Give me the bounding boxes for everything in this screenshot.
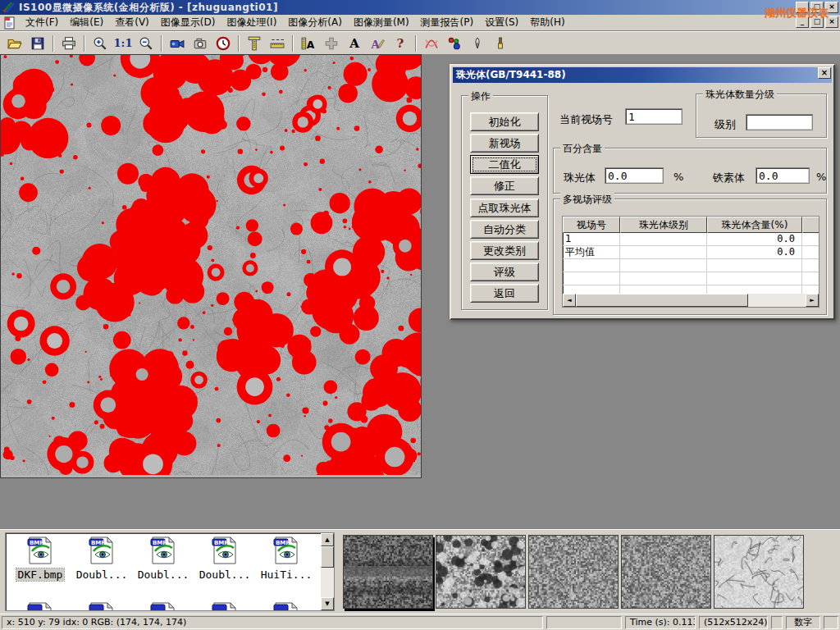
toolbar: 1:1 A A A ? bbox=[0, 31, 840, 54]
table-cell bbox=[802, 259, 819, 272]
menu-item-5[interactable]: 图像分析(A) bbox=[282, 14, 348, 31]
menu-item-2[interactable]: 查看(V) bbox=[109, 14, 155, 31]
toolbar-separator bbox=[238, 35, 240, 52]
menu-item-4[interactable]: 图像处理(I) bbox=[221, 14, 282, 31]
file-browser: BMPDKF.bmpBMPDoubl...BMPDoubl...BMPDoubl… bbox=[5, 532, 335, 611]
table-row[interactable]: 10.0 bbox=[563, 233, 819, 246]
level-input[interactable] bbox=[746, 114, 813, 130]
op-button-8[interactable]: 返回 bbox=[470, 284, 539, 303]
open-file-button[interactable] bbox=[4, 34, 25, 53]
bmp-file-icon bbox=[27, 602, 53, 611]
menu-item-9[interactable]: 帮助(H) bbox=[524, 14, 570, 31]
table-header-1: 珠光体级别 bbox=[620, 217, 707, 233]
toolbar-separator bbox=[292, 35, 294, 52]
menu-item-8[interactable]: 设置(S) bbox=[479, 14, 524, 31]
menu-item-6[interactable]: 图像测量(M) bbox=[348, 14, 415, 31]
file-item-3[interactable]: BMPDoubl... bbox=[195, 536, 254, 581]
table-row[interactable] bbox=[563, 272, 819, 285]
file-item-0[interactable]: BMPDKF.bmp bbox=[11, 536, 70, 581]
file-item-row2[interactable] bbox=[195, 602, 254, 611]
op-button-1[interactable]: 新视场 bbox=[470, 134, 539, 153]
bmp-file-icon: BMP bbox=[273, 536, 299, 564]
multiview-table[interactable]: 视场号珠光体级别珠光体含量(%)铁素体10.0平均值0.0◄► bbox=[562, 216, 819, 308]
op-button-0[interactable]: 初始化 bbox=[470, 112, 539, 131]
caliper-measure-button[interactable] bbox=[244, 34, 265, 53]
particle-analysis-button[interactable] bbox=[444, 34, 465, 53]
menu-item-0[interactable]: 文件(F) bbox=[20, 14, 64, 31]
measure-label-button[interactable]: A bbox=[298, 34, 319, 53]
ruler-button[interactable] bbox=[267, 34, 288, 53]
text-annotation-button[interactable]: A bbox=[344, 34, 365, 53]
file-item-1[interactable]: BMPDoubl... bbox=[72, 536, 131, 581]
scroll-thumb[interactable] bbox=[321, 546, 334, 568]
gallery-thumbnail-2[interactable] bbox=[528, 535, 619, 609]
ferrite-percent-input[interactable] bbox=[756, 167, 810, 184]
op-button-7[interactable]: 评级 bbox=[470, 262, 539, 281]
file-item-row2[interactable] bbox=[134, 602, 193, 611]
file-name: Doubl... bbox=[75, 568, 130, 581]
table-cell bbox=[563, 259, 620, 272]
scroll-right-arrow[interactable]: ► bbox=[806, 294, 819, 307]
op-button-5[interactable]: 自动分类 bbox=[470, 220, 539, 239]
menu-item-3[interactable]: 图像显示(D) bbox=[155, 14, 221, 31]
level-label: 级别 bbox=[714, 117, 736, 132]
menu-item-1[interactable]: 编辑(E) bbox=[64, 14, 109, 31]
app-icon bbox=[2, 1, 16, 14]
dialog-title-bar[interactable]: 珠光体(GB/T9441-88) bbox=[453, 67, 832, 83]
table-cell bbox=[620, 246, 707, 258]
current-view-input[interactable] bbox=[625, 108, 682, 125]
file-item-row2[interactable] bbox=[72, 602, 131, 611]
pearlite-dialog: 珠光体(GB/T9441-88) × 操作 初始化新视场二值化修正点取珠光体自动… bbox=[450, 64, 835, 320]
op-button-6[interactable]: 更改类别 bbox=[470, 241, 539, 260]
print-button[interactable] bbox=[58, 34, 80, 53]
video-capture-button[interactable] bbox=[167, 34, 188, 53]
scroll-up-arrow[interactable]: ▲ bbox=[321, 533, 334, 546]
help-button[interactable]: ? bbox=[390, 34, 411, 53]
file-name: Doubl... bbox=[136, 568, 191, 581]
op-button-3[interactable]: 修正 bbox=[470, 176, 539, 195]
op-button-2[interactable]: 二值化 bbox=[470, 155, 539, 174]
zoom-actual-button[interactable]: 1:1 bbox=[112, 34, 134, 53]
table-cell bbox=[707, 272, 802, 285]
svg-text:A: A bbox=[307, 39, 315, 50]
op-button-4[interactable]: 点取珠光体 bbox=[470, 199, 539, 217]
gallery-thumbnail-0[interactable] bbox=[343, 535, 433, 609]
gallery-thumbnail-3[interactable] bbox=[621, 535, 711, 609]
binarized-micrograph-image[interactable] bbox=[1, 55, 421, 475]
scroll-thumb[interactable] bbox=[576, 294, 748, 307]
scroll-left-arrow[interactable]: ◄ bbox=[563, 294, 576, 307]
toolbar-separator bbox=[52, 35, 54, 52]
file-list-vscrollbar[interactable]: ▲▼ bbox=[321, 533, 334, 610]
pen-tool-button[interactable] bbox=[467, 34, 488, 53]
edit-annotation-button[interactable]: A bbox=[367, 34, 388, 53]
bmp-file-icon bbox=[212, 602, 238, 611]
zoom-out-button[interactable] bbox=[135, 34, 157, 53]
camera-button[interactable] bbox=[189, 34, 211, 53]
scroll-down-arrow[interactable]: ▼ bbox=[321, 597, 334, 610]
zoom-in-button[interactable] bbox=[89, 34, 111, 53]
ferrite-unit: % bbox=[816, 171, 826, 183]
table-row[interactable] bbox=[563, 259, 819, 272]
curve-tool-button[interactable] bbox=[421, 34, 442, 53]
gallery-thumbnail-1[interactable] bbox=[436, 535, 526, 609]
table-cell: 平均值 bbox=[563, 246, 620, 258]
file-item-row2[interactable] bbox=[257, 602, 316, 611]
bmp-file-icon: BMP bbox=[150, 536, 176, 564]
table-row[interactable]: 平均值0.0 bbox=[563, 246, 819, 259]
table-cell bbox=[802, 233, 819, 245]
bmp-file-icon: BMP bbox=[212, 536, 238, 564]
file-item-2[interactable]: BMPDoubl... bbox=[134, 536, 193, 581]
brush-tool-button[interactable] bbox=[490, 34, 511, 53]
grid-cross-button[interactable] bbox=[321, 34, 342, 53]
file-item-4[interactable]: BMPHuiTi... bbox=[257, 536, 316, 581]
cursor-position-readout: x: 510 y: 79 idx: 0 RGB: (174, 174, 174) bbox=[2, 616, 543, 629]
file-item-row2[interactable] bbox=[11, 602, 70, 611]
dialog-close-button[interactable]: × bbox=[818, 67, 831, 79]
menu-item-7[interactable]: 测量报告(P) bbox=[415, 14, 480, 31]
file-name: Doubl... bbox=[198, 568, 253, 581]
save-button[interactable] bbox=[27, 34, 48, 53]
timer-clock-button[interactable] bbox=[212, 34, 234, 53]
pearlite-percent-input[interactable] bbox=[605, 167, 664, 184]
table-hscrollbar[interactable]: ◄► bbox=[563, 294, 819, 307]
gallery-thumbnail-4[interactable] bbox=[714, 535, 804, 609]
